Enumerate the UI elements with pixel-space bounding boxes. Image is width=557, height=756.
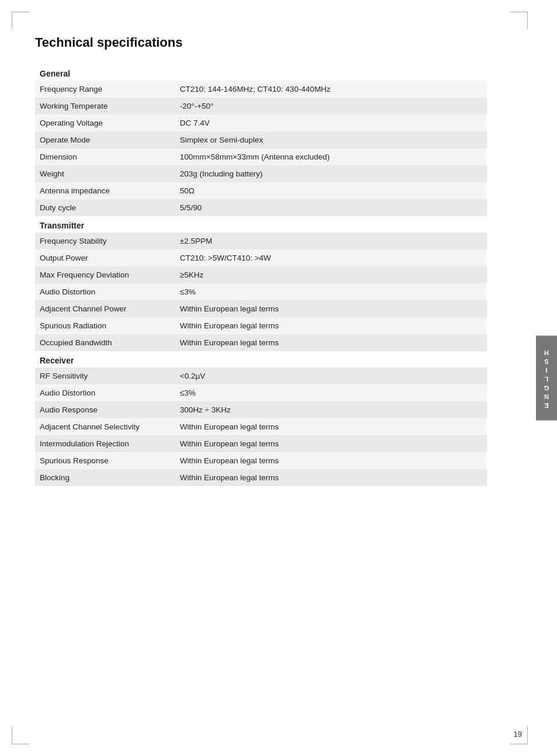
table-row: Operating VoltageDC 7.4V bbox=[35, 115, 487, 131]
table-row: Frequency RangeCT210: 144-146MHz; CT410:… bbox=[35, 81, 487, 98]
spec-name: Adjacent Channel Selectivity bbox=[35, 418, 175, 435]
spec-name: Operating Voltage bbox=[35, 115, 175, 131]
spec-name: Output Power bbox=[35, 249, 175, 266]
spec-name: Spurious Radiation bbox=[35, 317, 175, 334]
language-label: ENGLISH bbox=[543, 348, 550, 409]
corner-mark-bl bbox=[12, 727, 29, 744]
spec-value: CT210: >5W/CT410: >4W bbox=[175, 249, 487, 266]
table-row: Spurious RadiationWithin European legal … bbox=[35, 317, 487, 334]
spec-value: Within European legal terms bbox=[175, 452, 487, 469]
spec-name: Max Frequency Deviation bbox=[35, 266, 175, 283]
table-row: Occupied BandwidthWithin European legal … bbox=[35, 334, 487, 351]
side-tab: ENGLISH bbox=[536, 336, 557, 421]
table-row: Audio Distortion≤3% bbox=[35, 283, 487, 300]
spec-name: Spurious Response bbox=[35, 452, 175, 469]
spec-name: Intermodulation Rejection bbox=[35, 435, 175, 452]
spec-value: <0.2µV bbox=[175, 367, 487, 384]
spec-name: Blocking bbox=[35, 469, 175, 486]
section-label-transmitter: Transmitter bbox=[35, 216, 487, 233]
spec-value: Within European legal terms bbox=[175, 334, 487, 351]
spec-name: Frequency Stability bbox=[35, 233, 175, 249]
table-row: Adjacent Channel SelectivityWithin Europ… bbox=[35, 418, 487, 435]
table-row: Adjacent Channel PowerWithin European le… bbox=[35, 300, 487, 317]
spec-name: Occupied Bandwidth bbox=[35, 334, 175, 351]
table-row: Intermodulation RejectionWithin European… bbox=[35, 435, 487, 452]
spec-value: 50Ω bbox=[175, 182, 487, 199]
corner-mark-tl bbox=[12, 12, 29, 29]
table-row: Weight203g (Including battery) bbox=[35, 165, 487, 182]
spec-name: Weight bbox=[35, 165, 175, 182]
table-row: Working Temperate-20°-+50° bbox=[35, 98, 487, 115]
spec-name: Audio Distortion bbox=[35, 283, 175, 300]
section-label-general: General bbox=[35, 64, 487, 81]
spec-value: Within European legal terms bbox=[175, 435, 487, 452]
spec-name: Dimension bbox=[35, 148, 175, 165]
table-row: Audio Distortion≤3% bbox=[35, 384, 487, 401]
spec-value: 203g (Including battery) bbox=[175, 165, 487, 182]
table-row: BlockingWithin European legal terms bbox=[35, 469, 487, 486]
spec-name: Adjacent Channel Power bbox=[35, 300, 175, 317]
page-container: ENGLISH 19 Technical specifications Gene… bbox=[0, 0, 557, 756]
corner-mark-tr bbox=[510, 12, 528, 29]
spec-name: Frequency Range bbox=[35, 81, 175, 98]
spec-value: ≥5KHz bbox=[175, 266, 487, 283]
table-row: Spurious ResponseWithin European legal t… bbox=[35, 452, 487, 469]
spec-name: Antenna impedance bbox=[35, 182, 175, 199]
spec-value: 5/5/90 bbox=[175, 199, 487, 216]
page-title: Technical specifications bbox=[35, 35, 487, 50]
table-row: Duty cycle5/5/90 bbox=[35, 199, 487, 216]
spec-name: Audio Distortion bbox=[35, 384, 175, 401]
spec-name: RF Sensitivity bbox=[35, 367, 175, 384]
page-number: 19 bbox=[514, 730, 522, 738]
table-row: Antenna impedance50Ω bbox=[35, 182, 487, 199]
spec-name: Operate Mode bbox=[35, 131, 175, 148]
spec-value: -20°-+50° bbox=[175, 98, 487, 115]
table-row: Dimension100mm×58mm×33mm (Antenna exclud… bbox=[35, 148, 487, 165]
spec-value: Within European legal terms bbox=[175, 469, 487, 486]
section-header-general: General bbox=[35, 64, 487, 81]
spec-value: ±2.5PPM bbox=[175, 233, 487, 249]
spec-value: 100mm×58mm×33mm (Antenna excluded) bbox=[175, 148, 487, 165]
table-row: Frequency Stability±2.5PPM bbox=[35, 233, 487, 249]
section-header-transmitter: Transmitter bbox=[35, 216, 487, 233]
table-row: Audio Response300Hz ÷ 3KHz bbox=[35, 401, 487, 418]
spec-value: DC 7.4V bbox=[175, 115, 487, 131]
main-content: Technical specifications GeneralFrequenc… bbox=[35, 35, 487, 486]
spec-name: Working Temperate bbox=[35, 98, 175, 115]
spec-value: Within European legal terms bbox=[175, 418, 487, 435]
section-header-receiver: Receiver bbox=[35, 351, 487, 367]
section-label-receiver: Receiver bbox=[35, 351, 487, 367]
specs-table: GeneralFrequency RangeCT210: 144-146MHz;… bbox=[35, 64, 487, 486]
spec-value: CT210: 144-146MHz; CT410: 430-440MHz bbox=[175, 81, 487, 98]
spec-name: Audio Response bbox=[35, 401, 175, 418]
table-row: Max Frequency Deviation≥5KHz bbox=[35, 266, 487, 283]
spec-name: Duty cycle bbox=[35, 199, 175, 216]
spec-value: Within European legal terms bbox=[175, 300, 487, 317]
table-row: RF Sensitivity<0.2µV bbox=[35, 367, 487, 384]
spec-value: Within European legal terms bbox=[175, 317, 487, 334]
spec-value: 300Hz ÷ 3KHz bbox=[175, 401, 487, 418]
spec-value: ≤3% bbox=[175, 384, 487, 401]
table-row: Output PowerCT210: >5W/CT410: >4W bbox=[35, 249, 487, 266]
spec-value: ≤3% bbox=[175, 283, 487, 300]
table-row: Operate ModeSimplex or Semi-duplex bbox=[35, 131, 487, 148]
spec-value: Simplex or Semi-duplex bbox=[175, 131, 487, 148]
